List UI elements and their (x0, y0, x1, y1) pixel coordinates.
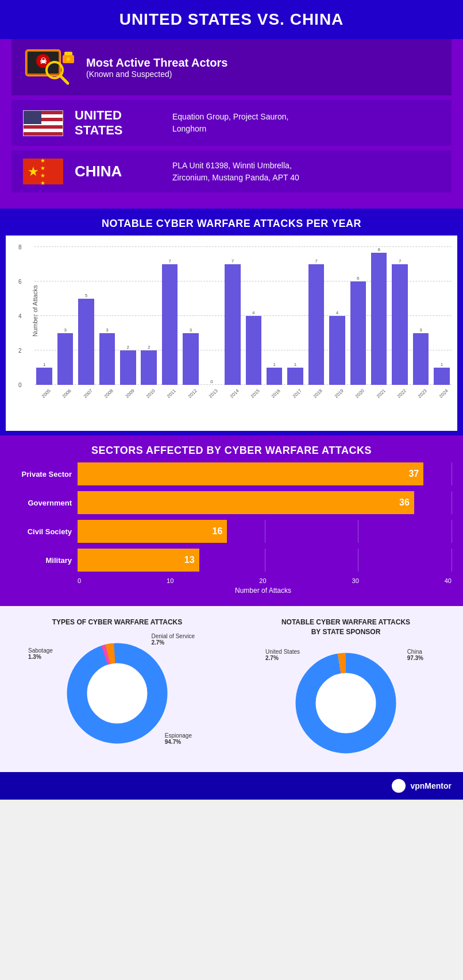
sector-row-civil-society: Civil Society16 (11, 520, 452, 543)
bar-group-2006: 3 (55, 247, 75, 385)
donut-hole-sponsor (316, 673, 376, 733)
donut-types-title: TYPES OF CYBER WARFARE ATTACKS (52, 618, 182, 627)
us-actors: Equation Group, Project Sauron,Longhorn (172, 111, 288, 135)
cn-country-name: CHINA (75, 163, 172, 180)
sector-fill-private-sector: 37 (78, 462, 423, 485)
bar-chart-container: Number of Attacks 0246813532273074117468… (6, 236, 457, 431)
bar-chart-section: NOTABLE CYBER WARFARE ATTACKS PER YEAR N… (0, 209, 463, 435)
bar-group-2011: 7 (160, 247, 179, 385)
svg-text:☠: ☠ (40, 56, 47, 65)
bar-rect-2020 (350, 281, 366, 385)
cn-stars-small: ★★★★ (40, 157, 45, 187)
threat-actors-section: ☠ Most Active Threat Actors (Known and S… (0, 39, 463, 209)
us-flag (23, 110, 63, 136)
bar-group-2021: 8 (369, 247, 389, 385)
horiz-x-title: Number of Attacks (75, 587, 452, 595)
bottom-section: TYPES OF CYBER WARFARE ATTACKS Denial of… (0, 606, 463, 772)
bar-group-2005: 1 (34, 247, 54, 385)
bar-group-2016: 1 (264, 247, 284, 385)
bar-group-2020: 6 (348, 247, 368, 385)
brand-name: vpnMentor (410, 781, 452, 790)
donut-sponsor-title: NOTABLE CYBER WARFARE ATTACKSBY STATE SP… (281, 618, 410, 637)
bar-group-2019: 4 (327, 247, 347, 385)
us-country-name: UNITED STATES (75, 108, 172, 138)
bar-rect-2008 (99, 333, 115, 385)
horiz-chart: Private Sector37Government36Civil Societ… (11, 462, 452, 572)
bar-chart-inner: 0246813532273074117468731 (34, 247, 452, 385)
bar-group-2023: 3 (411, 247, 430, 385)
bar-rect-2019 (329, 316, 345, 385)
bar-rect-2012 (183, 333, 199, 385)
bar-rect-2023 (413, 333, 429, 385)
threat-header-row: ☠ Most Active Threat Actors (Known and S… (11, 39, 452, 95)
bar-rect-2018 (308, 264, 325, 385)
bar-rect-2011 (162, 264, 178, 385)
cn-actors: PLA Unit 61398, Winnti Umbrella,Zirconiu… (172, 160, 299, 184)
svg-line-5 (60, 76, 68, 83)
svg-point-8 (67, 57, 70, 61)
china-sponsor-label: China97.3% (407, 649, 423, 661)
cn-star-large: ★ (28, 164, 39, 179)
donut-types-svg (60, 636, 175, 751)
brand-icon (392, 779, 406, 793)
bar-group-2009: 2 (118, 247, 138, 385)
bar-group-2012: 3 (181, 247, 200, 385)
cn-flag: ★ ★★★★ (23, 159, 63, 184)
us-sponsor-label: United States2.7% (265, 649, 300, 661)
bar-rect-2010 (141, 350, 157, 385)
bar-rect-2014 (225, 264, 241, 385)
donut-sponsor-wrapper: United States2.7% China97.3% (288, 646, 403, 761)
donut-sponsor-panel: NOTABLE CYBER WARFARE ATTACKSBY STATE SP… (234, 618, 457, 761)
sector-fill-civil-society: 16 (78, 520, 227, 543)
country-row-cn: ★ ★★★★ CHINA PLA Unit 61398, Winnti Umbr… (11, 151, 452, 192)
threat-title-block: Most Active Threat Actors (Known and Sus… (86, 56, 227, 79)
header: UNITED STATES vs. CHINA (0, 0, 463, 39)
donut-sponsor-svg (288, 646, 403, 761)
bar-rect-2006 (57, 333, 74, 385)
bar-group-2022: 7 (390, 247, 410, 385)
bar-rect-2017 (287, 368, 303, 385)
page-title: UNITED STATES vs. CHINA (11, 10, 452, 29)
sectors-section: SECTORS AFFECTED BY CYBER WARFARE ATTACK… (0, 435, 463, 606)
bar-rect-2009 (120, 350, 136, 385)
bar-rect-2022 (392, 264, 408, 385)
threat-icon: ☠ (23, 47, 75, 87)
bar-rect-2007 (78, 299, 94, 385)
sabotage-label: Sabotage1.3% (28, 647, 53, 660)
bar-group-2008: 3 (97, 247, 117, 385)
bar-group-2007: 5 (76, 247, 96, 385)
sector-row-government: Government36 (11, 491, 452, 514)
espionage-label: Espionage94.7% (165, 732, 192, 745)
bar-group-2014: 7 (223, 247, 242, 385)
sectors-title: SECTORS AFFECTED BY CYBER WARFARE ATTACK… (11, 445, 452, 457)
bar-group-2018: 7 (306, 247, 326, 385)
bar-group-2017: 1 (285, 247, 305, 385)
donut-types-panel: TYPES OF CYBER WARFARE ATTACKS Denial of… (6, 618, 229, 761)
bar-group-2010: 2 (139, 247, 159, 385)
bar-rect-2021 (371, 253, 387, 385)
bar-rect-2015 (246, 316, 262, 385)
dos-label: Denial of Service2.7% (151, 633, 195, 646)
donut-types-wrapper: Denial of Service2.7% Sabotage1.3% Espio… (60, 636, 175, 751)
donut-hole (87, 663, 147, 723)
bar-chart-title: NOTABLE CYBER WARFARE ATTACKS PER YEAR (6, 218, 457, 230)
bar-rect-2005 (36, 368, 52, 385)
horiz-x-ticks: 0 10 20 30 40 (78, 577, 452, 584)
footer: vpnMentor (0, 772, 463, 800)
bar-group-2015: 4 (244, 247, 263, 385)
sector-row-military: Military13 (11, 549, 452, 572)
bar-rect-2024 (434, 368, 450, 385)
threat-main-title: Most Active Threat Actors (86, 56, 227, 70)
bar-rect-2016 (267, 368, 283, 385)
bar-group-2024: 1 (432, 247, 452, 385)
x-axis-labels: 2005200620072008200920102011201220132014… (34, 389, 452, 397)
threat-sub-title: (Known and Suspected) (86, 70, 227, 79)
sector-row-private-sector: Private Sector37 (11, 462, 452, 485)
sector-fill-military: 13 (78, 549, 199, 572)
bar-group-2013: 0 (202, 247, 221, 385)
country-row-us: UNITED STATES Equation Group, Project Sa… (11, 100, 452, 146)
sector-fill-government: 36 (78, 491, 414, 514)
